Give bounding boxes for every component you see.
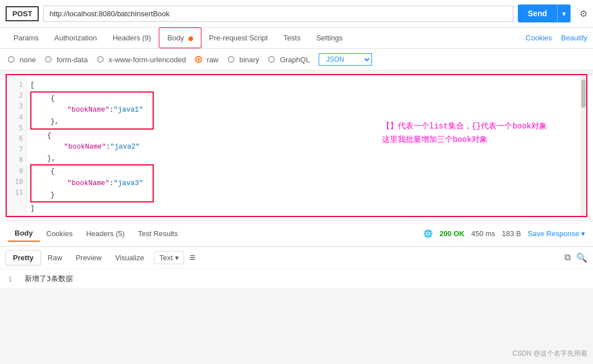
filter-icon[interactable]: ≡ (190, 252, 196, 264)
radio-none[interactable]: none (8, 56, 36, 64)
code-line-11: ] (30, 203, 577, 215)
text-format-select[interactable]: Text ▾ (154, 251, 184, 264)
code-editor[interactable]: [ { "bookName":"java1" }, { "bookName":"… (27, 75, 581, 216)
radio-dot-urlencoded (97, 56, 104, 63)
body-dot-indicator (189, 36, 193, 41)
fmt-tab-pretty[interactable]: Pretty (6, 250, 41, 265)
radio-dot-form-data (45, 56, 52, 63)
code-line-8: { (34, 166, 150, 178)
text-select-label: Text (159, 254, 173, 262)
response-line-number: 1 (8, 275, 19, 283)
radio-raw[interactable]: raw (195, 56, 219, 64)
fmt-tab-raw[interactable]: Raw (41, 251, 69, 265)
response-body-text: 新增了3条数据 (25, 274, 73, 284)
watermark: CSDN @这个名字先用着 (512, 349, 587, 358)
gear-icon[interactable]: ⚙ (580, 8, 587, 19)
text-select-chevron: ▾ (175, 254, 179, 262)
send-dropdown-button[interactable]: ▾ (557, 4, 571, 22)
save-response-button[interactable]: Save Response ▾ (528, 229, 585, 238)
code-line-5: { (30, 130, 577, 142)
copy-icon[interactable]: ⧉ (564, 252, 571, 263)
tab-authorization[interactable]: Authorization (47, 28, 105, 48)
resp-tab-test-results[interactable]: Test Results (131, 226, 185, 241)
globe-icon: 🌐 (424, 229, 433, 238)
send-group: Send ▾ (518, 4, 571, 22)
response-header: Body Cookies Headers (5) Test Results 🌐 … (0, 221, 593, 247)
radio-dot-binary (228, 56, 235, 63)
editor-section: 1234567891011 [ { "bookName":"java1" }, … (0, 74, 593, 221)
response-actions: ⧉ 🔍 (564, 252, 587, 263)
radio-binary[interactable]: binary (228, 56, 259, 64)
url-input[interactable] (43, 6, 513, 22)
code-line-3: "bookName":"java1" (34, 104, 150, 116)
resp-tab-body[interactable]: Body (8, 225, 40, 242)
code-line-7: }, (30, 153, 577, 165)
request-nav-tabs: Params Authorization Headers (9) Body Pr… (0, 27, 593, 49)
code-line-4: }, (34, 116, 150, 128)
nav-right-links: Cookies Beautify (526, 28, 587, 48)
fmt-tab-visualize[interactable]: Visualize (108, 251, 151, 265)
radio-dot-none (8, 56, 15, 63)
response-size: 183 B (502, 229, 521, 238)
beautify-link[interactable]: Beautify (561, 28, 587, 48)
response-status: 🌐 200 OK 450 ms 183 B Save Response ▾ (424, 229, 585, 238)
code-line-1: [ (30, 80, 577, 91)
radio-urlencoded[interactable]: x-www-form-urlencoded (97, 56, 186, 64)
resp-tab-headers[interactable]: Headers (5) (79, 226, 131, 241)
format-select[interactable]: JSON Text JavaScript HTML XML (319, 53, 372, 66)
fmt-tab-preview[interactable]: Preview (69, 251, 108, 265)
radio-dot-raw (195, 56, 202, 63)
code-line-10: } (34, 190, 150, 201)
radio-dot-graphql (268, 56, 275, 63)
scrollbar-thumb (581, 80, 586, 108)
tab-headers[interactable]: Headers (9) (105, 28, 159, 48)
search-icon[interactable]: 🔍 (576, 252, 587, 263)
status-code: 200 OK (439, 229, 465, 238)
radio-graphql[interactable]: GraphQL (268, 56, 310, 64)
tab-pre-request[interactable]: Pre-request Script (201, 28, 276, 48)
body-type-row: none form-data x-www-form-urlencoded raw… (0, 49, 593, 71)
red-box-1: { "bookName":"java1" }, (30, 91, 154, 130)
tab-params[interactable]: Params (6, 28, 47, 48)
resp-tab-cookies[interactable]: Cookies (40, 226, 80, 241)
tab-body[interactable]: Body (159, 27, 201, 48)
line-numbers: 1234567891011 (7, 75, 27, 216)
radio-form-data[interactable]: form-data (45, 56, 88, 64)
send-button[interactable]: Send (518, 4, 557, 22)
tab-body-label: Body (167, 34, 184, 42)
method-select[interactable]: POST (6, 6, 39, 21)
response-body: 1 新增了3条数据 (0, 269, 593, 288)
tab-tests[interactable]: Tests (275, 28, 308, 48)
response-time: 450 ms (471, 229, 495, 238)
code-line-9: "bookName":"java3" (34, 178, 150, 190)
code-line-6: "bookName":"java2" (30, 141, 577, 153)
tab-settings[interactable]: Settings (309, 28, 351, 48)
response-format-row: Pretty Raw Preview Visualize Text ▾ ≡ ⧉ … (0, 247, 593, 269)
top-bar: POST Send ▾ ⚙ (0, 0, 593, 27)
code-line-2: { (34, 93, 150, 105)
vertical-scrollbar[interactable] (581, 75, 586, 216)
red-box-2: { "bookName":"java3" } (30, 164, 154, 202)
cookies-link[interactable]: Cookies (526, 28, 552, 48)
save-dropdown-arrow[interactable]: ▾ (581, 229, 585, 238)
response-line-1: 1 新增了3条数据 (8, 274, 585, 284)
